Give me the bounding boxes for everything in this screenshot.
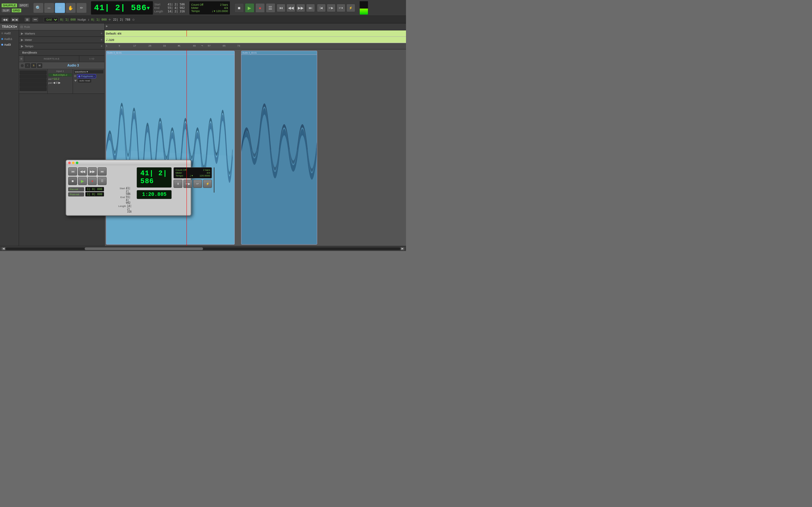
output-value[interactable]: Built-inOtpt1-2 (48, 73, 72, 77)
zoom-tool-button[interactable]: 🔍 (33, 3, 44, 13)
insert-slot-1[interactable] (20, 71, 47, 74)
float-goto-start-button[interactable]: ⏮ (68, 167, 77, 176)
auto-read-button[interactable]: auto read (78, 78, 91, 83)
grid-select[interactable]: Grid (44, 17, 58, 22)
playhead (187, 49, 187, 246)
track-body: Input 1 Built-inOtpt1-2 vol +10.2 pan ◀ … (19, 69, 104, 94)
waveform-selector[interactable]: waveform ▾ (73, 70, 104, 74)
rewind-button[interactable]: ◀◀ (287, 4, 295, 12)
audio-lane: Audio 3_02-01 Audio 3_03-01 (105, 49, 406, 246)
forward-arrows-button[interactable]: ▶|◀ (11, 17, 19, 22)
waveform-svg-2 (241, 55, 317, 244)
hand-tool-button[interactable]: ✋ (66, 3, 76, 13)
scroll-right-button[interactable]: ▶ (400, 247, 405, 250)
float-record-button[interactable]: ● (88, 177, 97, 185)
float-loop-back-btn[interactable]: ↩▶ (183, 180, 192, 188)
close-dot[interactable] (68, 162, 71, 164)
fast-forward-button[interactable]: ▶▶ (296, 4, 305, 12)
nudge-val: 0| 1| 000 (91, 18, 107, 21)
start-val: 41| 2| 586 (168, 3, 185, 6)
insert-slot-4[interactable] (20, 83, 47, 87)
edit-mode-buttons: SHUFFLE SPOT SLIP GRID (1, 3, 29, 13)
loop-button[interactable]: ☰ (266, 3, 275, 13)
track-solo-button[interactable]: S (31, 63, 36, 68)
track-inserts-area (19, 69, 48, 94)
insert-slot-2[interactable] (20, 75, 47, 78)
meter-val: 4/4 (224, 6, 228, 9)
float-loop-btn[interactable]: ⏸ (173, 180, 183, 188)
tracks-arrow[interactable]: ▾ (15, 25, 17, 29)
insert-slot-3[interactable] (20, 79, 47, 83)
tempo-dropdown-icon[interactable]: ▾ (214, 9, 215, 13)
scroll-left-button[interactable]: ◀ (1, 247, 6, 250)
track-mute-button[interactable]: M (37, 63, 42, 68)
goto-start-button[interactable]: ⏮ (276, 4, 286, 12)
counter-value: 41| 2| 586 (94, 3, 147, 13)
float-play-button[interactable]: ▶ (78, 177, 87, 185)
tempo-lane: ♩ ♩120 (105, 37, 406, 43)
main-level-meter (359, 1, 368, 15)
pencil-tool-button[interactable]: ✏ (77, 3, 87, 13)
select-tool-button[interactable]: ↔ (44, 3, 54, 13)
float-rewind-button[interactable]: ◀◀ (78, 167, 87, 176)
float-scroll-button[interactable]: ☰ (98, 177, 107, 185)
tempo-label: Tempo (191, 9, 200, 13)
top-toolbar: SHUFFLE SPOT SLIP GRID 🔍 ↔ ☞ ✋ ✏ 41| 2| … (0, 0, 406, 16)
punch-button[interactable]: ⚡ (346, 4, 355, 12)
waveform-label: waveform (75, 70, 86, 73)
track-aud2-label: Aud2 (4, 32, 11, 35)
grab-tool-button[interactable]: ☞ (55, 3, 65, 13)
horizontal-scrollbar-track[interactable] (6, 247, 400, 250)
float-counter-big[interactable]: 41| 2| 586 (137, 167, 171, 187)
horizontal-scrollbar-thumb[interactable] (85, 247, 203, 250)
track-input-button[interactable]: I (25, 63, 30, 68)
polyphonic-button[interactable]: Polyphonic ▪ (77, 74, 96, 78)
record-button[interactable]: ● (255, 3, 265, 13)
float-counter-time[interactable]: 1:20.805 (137, 190, 171, 199)
track-list-item-aud2[interactable]: Aud2 (0, 31, 19, 36)
preroll-val: 1| 0| 000 (85, 187, 104, 191)
shuffle-button[interactable]: SHUFFLE (1, 3, 17, 8)
transport-nav-row: ⏮ ◀◀ ▶▶ ⏭ (276, 4, 315, 12)
float-length-val: 14| 2| 316 (127, 205, 135, 213)
float-tempo-dropdown-icon[interactable]: ▾ (192, 174, 193, 177)
float-countoff-row-1: Count Off 2 bars (175, 169, 210, 171)
loop-record-button[interactable]: ↩● (337, 4, 345, 12)
clip-header-2: Audio 3_03-01 (241, 51, 317, 55)
loop-playback-button[interactable]: ↩▶ (327, 4, 336, 12)
return-zero-button[interactable]: |◀ (317, 4, 326, 12)
postroll-row: Post-roll 1| 0| 000 (68, 192, 116, 196)
count-off-bars: 2 bars (220, 3, 228, 6)
track-dot-aud11 (1, 38, 3, 40)
add-marker-icon[interactable]: + (101, 32, 102, 35)
goto-end-button[interactable]: ⏭ (306, 4, 315, 12)
nudge-icon: ↕ (88, 18, 90, 21)
float-punch-btn[interactable]: ↩ (193, 180, 202, 188)
grid-button[interactable]: GRID (11, 8, 22, 13)
input-label: Input 1 (48, 70, 72, 72)
audio-clip-2[interactable]: Audio 3_03-01 (241, 51, 317, 245)
float-midi-btn[interactable]: ⚡ (203, 180, 212, 188)
add-tempo-icon[interactable]: + (101, 44, 102, 48)
stop-button[interactable]: ■ (235, 3, 244, 13)
counter-dropdown[interactable]: ▾ (147, 4, 150, 11)
float-fast-forward-button[interactable]: ▶▶ (88, 167, 97, 176)
record-arm-dot[interactable] (20, 64, 24, 67)
more-button[interactable]: ••• (32, 17, 38, 22)
track-list-item-aud11[interactable]: Aud11 (0, 36, 19, 42)
mixer-button[interactable]: ⊞ (24, 17, 30, 22)
float-goto-end-button[interactable]: ⏭ (98, 167, 107, 176)
track-list-item-aud3[interactable]: Aud3 (0, 42, 19, 48)
add-meter-icon[interactable]: + (101, 38, 102, 42)
insert-slot-5[interactable] (20, 87, 47, 91)
minimize-dot[interactable] (72, 162, 74, 164)
back-arrows-button[interactable]: ◀◀ (1, 17, 9, 22)
float-stop-button[interactable]: ■ (68, 177, 77, 185)
maximize-dot[interactable] (76, 162, 78, 164)
play-button[interactable]: ▶ (245, 3, 254, 13)
meter-label-left: Meter (25, 38, 32, 42)
main-counter-display[interactable]: 41| 2| 586 ▾ (91, 1, 153, 15)
spot-button[interactable]: SPOT (18, 3, 29, 8)
slip-button[interactable]: SLIP (1, 8, 11, 13)
float-countoff-row-2: Meter 4/4 (175, 171, 210, 174)
